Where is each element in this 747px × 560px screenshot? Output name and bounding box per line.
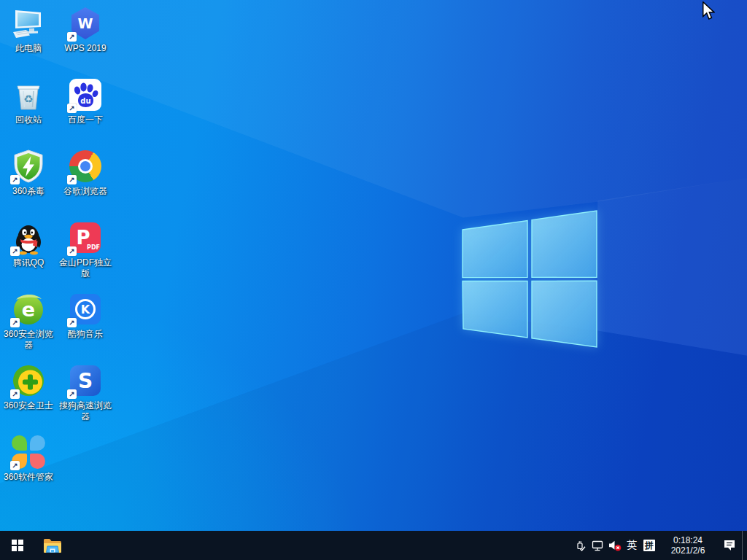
shortcut-arrow-icon: ↗ [67, 318, 77, 327]
volume-muted-icon[interactable] [606, 531, 624, 560]
usb-safely-remove-icon[interactable] [571, 531, 589, 560]
desktop-icon-label: 360软件管家 [0, 472, 57, 483]
desktop-icon-kingsoft-pdf[interactable]: P PDF ↗ 金山PDF独立版 [57, 220, 114, 279]
desktop-icon-this-pc[interactable]: 此电脑 [0, 6, 57, 54]
shortcut-arrow-icon: ↗ [67, 104, 77, 113]
shortcut-arrow-icon: ↗ [67, 32, 77, 42]
desktop-icon-label: 酷狗音乐 [57, 329, 114, 340]
show-desktop-button[interactable] [742, 531, 747, 560]
desktop-icon-kugou-music[interactable]: K ↗ 酷狗音乐 [57, 292, 114, 340]
desktop-icon-label: WPS 2019 [57, 43, 114, 54]
svg-text:♻: ♻ [23, 93, 33, 106]
pdf-icon: P PDF ↗ [68, 220, 103, 255]
svg-text:S: S [78, 369, 93, 393]
svg-text:du: du [80, 97, 90, 105]
desktop-icon-label: 此电脑 [0, 43, 57, 54]
wallpaper-windows-logo [458, 206, 601, 352]
desktop-icon-label: 搜狗高速浏览器 [57, 400, 114, 422]
desktop-icon-label: 金山PDF独立版 [57, 257, 114, 279]
baidu-icon: du ↗ [68, 77, 103, 112]
desktop-icon-recycle-bin[interactable]: ♻ 回收站 [0, 77, 57, 125]
desktop-icon-wps-2019[interactable]: W ↗ WPS 2019 [57, 6, 114, 54]
kugou-icon: K ↗ [68, 292, 103, 327]
svg-text:K: K [81, 303, 90, 316]
shortcut-arrow-icon: ↗ [10, 461, 20, 470]
notification-icon [723, 539, 736, 552]
shortcut-arrow-icon: ↗ [67, 175, 77, 184]
file-explorer-button[interactable] [35, 531, 70, 560]
360-browser-e-icon: e ↗ [11, 292, 46, 327]
shortcut-arrow-icon: ↗ [10, 318, 20, 327]
shortcut-arrow-icon: ↗ [10, 389, 20, 399]
svg-text:e: e [22, 298, 35, 321]
desktop-icon-360-browser[interactable]: e ↗ 360安全浏览器 [0, 292, 57, 351]
chrome-icon: ↗ [68, 149, 103, 184]
network-icon[interactable] [589, 531, 606, 560]
mouse-cursor [702, 1, 715, 23]
taskbar: 英 拼 0:18:24 2021/2/6 [0, 531, 747, 560]
svg-text:PDF: PDF [87, 244, 100, 251]
desktop-icon-label: 谷歌浏览器 [57, 186, 114, 197]
desktop-wallpaper: 此电脑 W ↗ WPS 2019 [0, 0, 747, 531]
shortcut-arrow-icon: ↗ [10, 246, 20, 256]
shield-icon: ↗ [11, 149, 46, 184]
desktop-icon-label: 百度一下 [57, 114, 114, 125]
desktop-icon-chrome[interactable]: ↗ 谷歌浏览器 [57, 149, 114, 197]
desktop-icon-baidu[interactable]: du ↗ 百度一下 [57, 77, 114, 125]
desktop-icon-sogou-browser[interactable]: S ↗ 搜狗高速浏览器 [57, 363, 114, 422]
sogou-icon: S ↗ [68, 363, 103, 398]
qq-penguin-icon: ↗ [11, 220, 46, 255]
360-safe-guard-icon: ↗ [11, 363, 46, 398]
start-button[interactable] [0, 531, 35, 560]
desktop-icon-label: 回收站 [0, 114, 57, 125]
shortcut-arrow-icon: ↗ [67, 246, 77, 256]
screen: 此电脑 W ↗ WPS 2019 [0, 0, 747, 560]
taskbar-clock[interactable]: 0:18:24 2021/2/6 [662, 535, 714, 556]
desktop-icon-360-safe-guard[interactable]: ↗ 360安全卫士 [0, 363, 57, 411]
desktop-icon-label: 360杀毒 [0, 186, 57, 197]
shortcut-arrow-icon: ↗ [67, 389, 77, 399]
clock-time: 0:18:24 [662, 535, 714, 545]
desktop-icon-label: 360安全卫士 [0, 400, 57, 411]
wps-icon: W ↗ [68, 6, 103, 41]
this-pc-icon [11, 6, 46, 41]
desktop-icon-tencent-qq[interactable]: ↗ 腾讯QQ [0, 220, 57, 268]
folder-icon [43, 537, 62, 553]
shortcut-arrow-icon: ↗ [10, 175, 20, 184]
flower-petals-icon: ↗ [11, 435, 46, 470]
windows-logo-icon [12, 540, 23, 551]
input-language-indicator[interactable]: 英 [624, 539, 640, 552]
recycle-bin-icon: ♻ [11, 77, 46, 112]
desktop-icon-360-antivirus[interactable]: ↗ 360杀毒 [0, 149, 57, 197]
desktop-icon-label: 360安全浏览器 [0, 329, 57, 351]
ime-pinyin-indicator[interactable]: 拼 [643, 540, 655, 551]
svg-text:W: W [78, 15, 93, 31]
action-center-button[interactable] [717, 531, 742, 560]
desktop-icon-360-software-manager[interactable]: ↗ 360软件管家 [0, 435, 57, 483]
clock-date: 2021/2/6 [662, 545, 714, 556]
desktop-icon-label: 腾讯QQ [0, 257, 57, 268]
